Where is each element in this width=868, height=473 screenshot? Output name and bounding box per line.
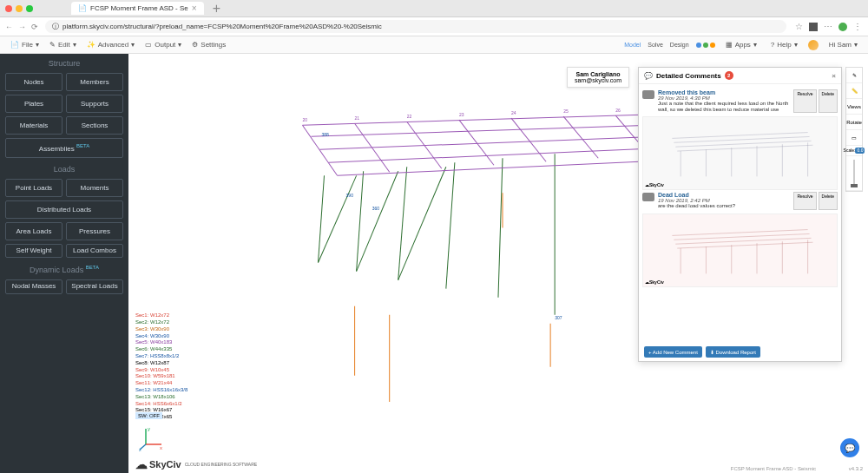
scale-slider[interactable] (846, 156, 862, 191)
skyciv-logo: ☁SkyCiv CLOUD ENGINEERING SOFTWARE (135, 457, 257, 471)
tab-close-icon[interactable]: × (192, 3, 197, 13)
site-info-icon[interactable]: ⓘ (52, 22, 59, 31)
svg-line-14 (302, 125, 337, 175)
moments-button[interactable]: Moments (66, 179, 123, 197)
svg-line-10 (311, 125, 650, 136)
comment-thumbnail[interactable]: ☁SkyCiv (642, 214, 838, 287)
file-menu[interactable]: 📄File▾ (7, 41, 43, 49)
project-name-label: FCSP Moment Frame ASD - Seismic (731, 466, 816, 471)
load-combos-button[interactable]: Load Combos (66, 244, 123, 259)
profile-email: sam@skyciv.com (575, 77, 621, 83)
chat-fab[interactable]: 💬 (840, 438, 859, 457)
extension-box-icon[interactable] (809, 23, 818, 31)
address-bar[interactable]: ⓘ platform.skyciv.com/structural/?preloa… (45, 20, 786, 33)
plates-button[interactable]: Plates (5, 95, 62, 113)
download-report-button[interactable]: ⬇ Download Report (706, 346, 760, 358)
distributed-loads-button[interactable]: Distributed Loads (5, 200, 123, 219)
svg-text:388: 388 (322, 132, 330, 137)
avatar-icon[interactable] (838, 23, 847, 31)
advanced-menu[interactable]: ✨Advanced▾ (83, 41, 139, 49)
settings-menu[interactable]: ⚙Settings (188, 41, 229, 49)
svg-text:25: 25 (563, 108, 569, 114)
sw-toggle[interactable]: SW: OFF (135, 412, 162, 419)
svg-line-12 (329, 148, 668, 162)
comment-title[interactable]: Dead Load (658, 192, 790, 198)
resolve-button[interactable]: Resolve (793, 192, 816, 209)
members-button[interactable]: Members (66, 73, 123, 91)
tab-title: FCSP Moment Frame ASD - Se (90, 4, 188, 12)
svg-text:23: 23 (459, 112, 464, 117)
edit-menu[interactable]: ✎Edit▾ (46, 41, 80, 49)
output-menu[interactable]: ▭Output▾ (141, 41, 185, 49)
output-icon: ▭ (145, 41, 152, 49)
comment-avatar (642, 90, 654, 99)
spectral-loads-button[interactable]: Spectral Loads (66, 279, 123, 294)
nodal-masses-button[interactable]: Nodal Masses (5, 279, 62, 294)
apps-icon: ▦ (726, 41, 733, 49)
comment-text: Just a note that the client required les… (658, 101, 790, 113)
legend-item: Sec14: HSS6x6x1/2 (135, 401, 187, 408)
rotate-tool[interactable]: Rotate (846, 115, 862, 130)
scale-indicator[interactable]: Scale: 0.0 (846, 146, 862, 156)
user-menu[interactable]: Hi Sam▾ (825, 41, 861, 49)
wand-icon: ✨ (87, 41, 95, 49)
sidebar-heading-structure: Structure (0, 54, 128, 71)
supports-button[interactable]: Supports (66, 95, 123, 113)
reload-button[interactable]: ⟳ (31, 23, 38, 31)
profile-tooltip: Sam Carigliano sam@skyciv.com (567, 67, 629, 88)
comment-thumbnail[interactable]: ☁SkyCiv (642, 116, 838, 190)
mode-design[interactable]: Design (670, 42, 689, 48)
legend-item: Sec11: W21x44 (135, 380, 187, 387)
delete-button[interactable]: Delete (819, 89, 838, 113)
pressures-button[interactable]: Pressures (66, 222, 123, 240)
resolve-button[interactable]: Resolve (793, 89, 816, 113)
status-dot-orange (710, 43, 715, 48)
svg-text:20: 20 (302, 117, 307, 122)
comment-item: Removed this beam 29 Nov 2019, 4:30 PM J… (642, 88, 838, 115)
svg-text:390: 390 (346, 193, 354, 198)
close-window-btn[interactable] (5, 5, 12, 12)
comments-header: 💬 Detailed Comments 2 × (639, 68, 841, 84)
materials-button[interactable]: Materials (5, 116, 62, 135)
edit-icon: ✎ (49, 41, 56, 49)
ruler-tool[interactable]: 📏 (846, 83, 862, 99)
area-loads-button[interactable]: Area Loads (5, 222, 62, 240)
url-text: platform.skyciv.com/structural/?preload_… (62, 23, 382, 30)
browser-tab[interactable]: 📄 FCSP Moment Frame ASD - Se × (71, 2, 204, 15)
browser-menu-icon[interactable]: ⋮ (852, 22, 863, 32)
new-tab-button[interactable]: + (213, 1, 220, 16)
right-tool-strip: ✎ 📏 Views Rotate ▭ Scale: 0.0 (845, 67, 863, 192)
profile-name: Sam Carigliano (575, 71, 621, 77)
forward-button[interactable]: → (18, 23, 26, 31)
close-panel-icon[interactable]: × (832, 72, 836, 80)
pencil-tool[interactable]: ✎ (846, 68, 862, 83)
assemblies-button[interactable]: Assemblies BETA (5, 138, 123, 158)
delete-button[interactable]: Delete (819, 192, 838, 209)
tab-favicon: 📄 (78, 4, 87, 12)
maximize-window-btn[interactable] (26, 5, 33, 12)
apps-menu[interactable]: ▦Apps▾ (722, 41, 760, 49)
minimize-window-btn[interactable] (16, 5, 23, 12)
star-icon[interactable]: ☆ (793, 22, 804, 32)
box-tool[interactable]: ▭ (846, 130, 862, 146)
sections-button[interactable]: Sections (66, 116, 123, 135)
user-avatar[interactable] (808, 40, 819, 50)
svg-line-13 (338, 160, 677, 175)
back-button[interactable]: ← (5, 23, 13, 31)
views-tool[interactable]: Views (846, 99, 862, 115)
model-canvas[interactable]: 2021 2223 2425 26 388390 360307 Sec1: W1… (128, 54, 868, 473)
file-icon: 📄 (10, 41, 19, 49)
menu-dots-icon[interactable]: ⋯ (823, 22, 833, 32)
svg-text:y: y (148, 426, 150, 431)
nodes-button[interactable]: Nodes (5, 73, 62, 91)
help-menu[interactable]: ?Help▾ (767, 41, 801, 49)
svg-line-0 (319, 175, 325, 262)
app-toolbar: 📄File▾ ✎Edit▾ ✨Advanced▾ ▭Output▾ ⚙Setti… (0, 36, 868, 54)
mode-solve[interactable]: Solve (648, 42, 663, 48)
self-weight-button[interactable]: Self Weight (5, 244, 62, 259)
mode-model[interactable]: Model (624, 42, 641, 48)
add-comment-button[interactable]: + Add New Comment (644, 346, 702, 358)
point-loads-button[interactable]: Point Loads (5, 179, 62, 197)
comment-title[interactable]: Removed this beam (658, 89, 790, 95)
svg-line-9 (302, 115, 641, 125)
